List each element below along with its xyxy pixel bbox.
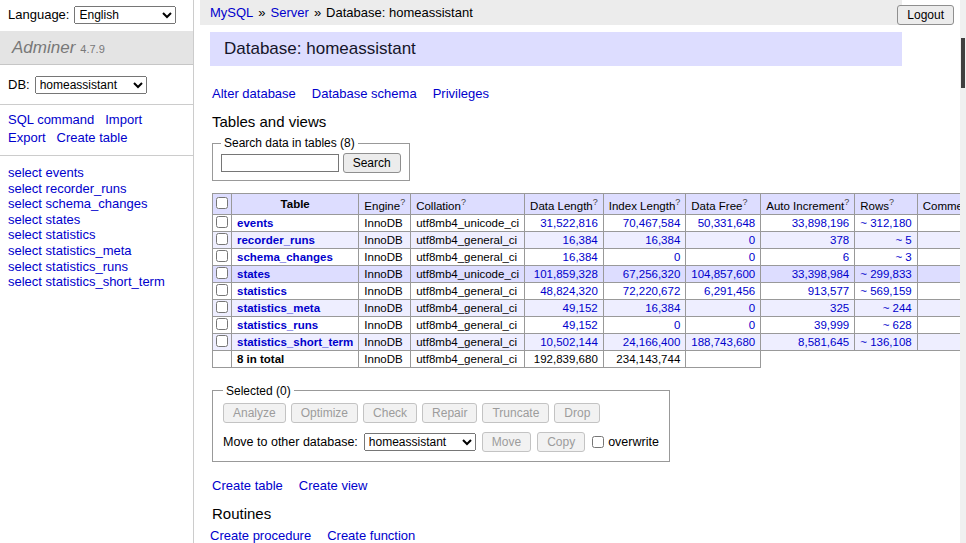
data-length-link[interactable]: 101,859,328	[534, 268, 598, 280]
copy-button[interactable]: Copy	[537, 432, 585, 452]
analyze-button[interactable]: Analyze	[223, 403, 286, 423]
table-link-statistics-runs[interactable]: statistics_runs	[237, 319, 318, 331]
breadcrumb-mysql[interactable]: MySQL	[210, 5, 253, 20]
overwrite-checkbox[interactable]	[592, 436, 604, 448]
row-checkbox[interactable]	[216, 233, 228, 245]
drop-button[interactable]: Drop	[554, 403, 600, 423]
link-privileges[interactable]: Privileges	[433, 86, 489, 101]
auto-increment-link[interactable]: 39,999	[814, 319, 849, 331]
sidebar-action-import[interactable]: Import	[105, 112, 142, 127]
sidebar-action-export[interactable]: Export	[8, 130, 46, 145]
data-length-link[interactable]: 31,522,816	[540, 217, 598, 229]
optimize-button[interactable]: Optimize	[291, 403, 358, 423]
index-length-link[interactable]: 67,256,320	[623, 268, 681, 280]
data-free-link[interactable]: 0	[749, 302, 755, 314]
help-link[interactable]: ?	[593, 197, 598, 207]
data-length-link[interactable]: 10,502,144	[540, 336, 598, 348]
auto-increment-link[interactable]: 325	[830, 302, 849, 314]
rows-link[interactable]: ~ 136,108	[860, 336, 911, 348]
auto-increment-link[interactable]: 33,398,984	[792, 268, 850, 280]
help-link[interactable]: ?	[400, 197, 405, 207]
index-length-link[interactable]: 0	[674, 319, 680, 331]
index-length-link[interactable]: 16,384	[645, 302, 680, 314]
data-free-link[interactable]: 6,291,456	[704, 285, 755, 297]
table-link-recorder-runs[interactable]: recorder_runs	[237, 234, 315, 246]
data-length-link[interactable]: 16,384	[563, 251, 598, 263]
data-length-link[interactable]: 49,152	[563, 302, 598, 314]
rows-link[interactable]: ~ 299,833	[860, 268, 911, 280]
index-length-link[interactable]: 70,467,584	[623, 217, 681, 229]
repair-button[interactable]: Repair	[422, 403, 477, 423]
data-free-link[interactable]: 0	[749, 234, 755, 246]
sidebar-action-sql-command[interactable]: SQL command	[8, 112, 94, 127]
move-button[interactable]: Move	[482, 432, 531, 452]
index-length-link[interactable]: 24,166,400	[623, 336, 681, 348]
help-link[interactable]: ?	[675, 197, 680, 207]
link-database-schema[interactable]: Database schema	[312, 86, 417, 101]
sidebar-link-select-statistics-short-term[interactable]: select statistics_short_term	[8, 274, 185, 290]
scrollbar-track[interactable]	[960, 0, 966, 543]
data-free-link[interactable]: 0	[749, 251, 755, 263]
table-link-statistics-short-term[interactable]: statistics_short_term	[237, 336, 353, 348]
table-link-events[interactable]: events	[237, 217, 273, 229]
app-name-link[interactable]: Adminer	[12, 38, 75, 57]
link-create-function[interactable]: Create function	[327, 528, 415, 543]
index-length-link[interactable]: 72,220,672	[623, 285, 681, 297]
sidebar-link-select-statistics-runs[interactable]: select statistics_runs	[8, 259, 185, 275]
help-link[interactable]: ?	[889, 197, 894, 207]
index-length-link[interactable]: 0	[674, 251, 680, 263]
table-link-states[interactable]: states	[237, 268, 270, 280]
data-free-link[interactable]: 188,743,680	[691, 336, 755, 348]
row-checkbox[interactable]	[216, 267, 228, 279]
auto-increment-link[interactable]: 33,898,196	[792, 217, 850, 229]
breadcrumb-server[interactable]: Server	[271, 5, 309, 20]
search-input[interactable]	[221, 154, 339, 172]
sidebar-link-select-schema-changes[interactable]: select schema_changes	[8, 196, 185, 212]
sidebar-link-select-states[interactable]: select states	[8, 212, 185, 228]
rows-link[interactable]: ~ 5	[895, 234, 911, 246]
link-create-procedure[interactable]: Create procedure	[210, 528, 311, 543]
search-button[interactable]: Search	[343, 153, 401, 173]
help-link[interactable]: ?	[461, 197, 466, 207]
sidebar-link-select-statistics[interactable]: select statistics	[8, 227, 185, 243]
auto-increment-link[interactable]: 378	[830, 234, 849, 246]
auto-increment-link[interactable]: 6	[843, 251, 849, 263]
table-link-schema-changes[interactable]: schema_changes	[237, 251, 333, 263]
row-checkbox[interactable]	[216, 250, 228, 262]
row-checkbox[interactable]	[216, 284, 228, 296]
help-link[interactable]: ?	[844, 197, 849, 207]
select-all-checkbox[interactable]	[216, 197, 228, 209]
link-create-table[interactable]: Create table	[212, 478, 283, 493]
data-length-link[interactable]: 48,824,320	[540, 285, 598, 297]
language-select[interactable]: English	[74, 6, 176, 24]
link-create-view[interactable]: Create view	[299, 478, 368, 493]
rows-link[interactable]: ~ 628	[883, 319, 912, 331]
move-db-select[interactable]: homeassistant	[364, 433, 476, 451]
help-link[interactable]: ?	[742, 197, 747, 207]
rows-link[interactable]: ~ 244	[883, 302, 912, 314]
table-link-statistics-meta[interactable]: statistics_meta	[237, 302, 320, 314]
rows-link[interactable]: ~ 312,180	[860, 217, 911, 229]
db-select[interactable]: homeassistant	[35, 76, 147, 94]
row-checkbox[interactable]	[216, 301, 228, 313]
rows-link[interactable]: ~ 569,159	[860, 285, 911, 297]
logout-button[interactable]: Logout	[897, 5, 954, 25]
data-length-link[interactable]: 16,384	[563, 234, 598, 246]
table-link-statistics[interactable]: statistics	[237, 285, 287, 297]
row-checkbox[interactable]	[216, 335, 228, 347]
truncate-button[interactable]: Truncate	[482, 403, 549, 423]
auto-increment-link[interactable]: 8,581,645	[798, 336, 849, 348]
data-length-link[interactable]: 49,152	[563, 319, 598, 331]
sidebar-link-select-statistics-meta[interactable]: select statistics_meta	[8, 243, 185, 259]
scrollbar-thumb[interactable]	[961, 38, 965, 88]
auto-increment-link[interactable]: 913,577	[808, 285, 850, 297]
data-free-link[interactable]: 104,857,600	[691, 268, 755, 280]
sidebar-action-create-table[interactable]: Create table	[57, 130, 128, 145]
sidebar-link-select-recorder-runs[interactable]: select recorder_runs	[8, 181, 185, 197]
data-free-link[interactable]: 0	[749, 319, 755, 331]
row-checkbox[interactable]	[216, 216, 228, 228]
sidebar-link-select-events[interactable]: select events	[8, 165, 185, 181]
row-checkbox[interactable]	[216, 318, 228, 330]
link-alter-database[interactable]: Alter database	[212, 86, 296, 101]
rows-link[interactable]: ~ 3	[895, 251, 911, 263]
